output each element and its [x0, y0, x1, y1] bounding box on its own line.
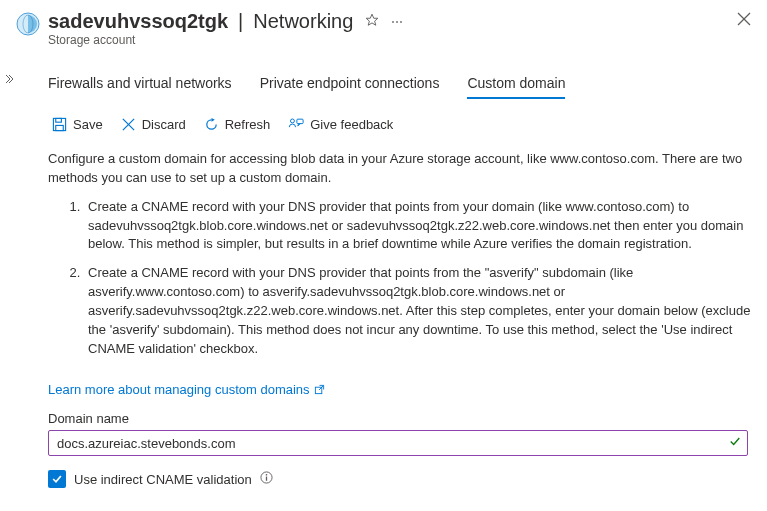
discard-icon — [121, 117, 136, 132]
storage-account-icon — [16, 12, 40, 36]
more-icon[interactable]: ⋯ — [391, 15, 404, 29]
save-button[interactable]: Save — [52, 117, 103, 132]
svg-rect-7 — [56, 125, 64, 130]
svg-rect-6 — [56, 118, 62, 122]
title-divider: | — [236, 10, 245, 33]
tab-firewalls[interactable]: Firewalls and virtual networks — [48, 75, 232, 99]
close-icon[interactable] — [737, 12, 751, 29]
cname-validation-label: Use indirect CNAME validation — [74, 472, 252, 487]
blade-section: Networking — [253, 10, 353, 33]
command-bar: Save Discard Refresh Give feedback — [52, 117, 751, 132]
domain-name-input[interactable] — [57, 436, 719, 451]
svg-point-10 — [291, 119, 295, 123]
resource-type: Storage account — [48, 33, 751, 47]
domain-name-label: Domain name — [48, 411, 751, 426]
svg-rect-11 — [297, 119, 303, 123]
tabs: Firewalls and virtual networks Private e… — [48, 75, 751, 99]
resource-name: sadevuhvssoq2tgk — [48, 10, 228, 33]
checkmark-icon — [51, 473, 63, 485]
external-link-icon — [314, 384, 325, 395]
tab-custom-domain[interactable]: Custom domain — [467, 75, 565, 99]
save-icon — [52, 117, 67, 132]
valid-check-icon — [729, 436, 741, 451]
feedback-label: Give feedback — [310, 117, 393, 132]
svg-marker-2 — [366, 14, 378, 25]
method-1: Create a CNAME record with your DNS prov… — [84, 198, 751, 255]
favorite-icon[interactable] — [365, 13, 379, 30]
svg-rect-16 — [266, 477, 267, 481]
feedback-button[interactable]: Give feedback — [288, 117, 393, 132]
refresh-label: Refresh — [225, 117, 271, 132]
info-icon[interactable] — [260, 471, 273, 487]
learn-more-link[interactable]: Learn more about managing custom domains — [48, 382, 325, 397]
method-2: Create a CNAME record with your DNS prov… — [84, 264, 751, 358]
cname-validation-checkbox[interactable] — [48, 470, 66, 488]
discard-label: Discard — [142, 117, 186, 132]
refresh-button[interactable]: Refresh — [204, 117, 271, 132]
description-text: Configure a custom domain for accessing … — [48, 150, 751, 188]
save-label: Save — [73, 117, 103, 132]
discard-button[interactable]: Discard — [121, 117, 186, 132]
learn-more-label: Learn more about managing custom domains — [48, 382, 310, 397]
methods-list: Create a CNAME record with your DNS prov… — [48, 198, 751, 359]
refresh-icon — [204, 117, 219, 132]
svg-line-13 — [319, 386, 324, 391]
feedback-icon — [288, 117, 304, 132]
expand-menu-icon[interactable] — [4, 74, 14, 86]
svg-point-15 — [265, 474, 267, 476]
tab-private-endpoint[interactable]: Private endpoint connections — [260, 75, 440, 99]
domain-name-input-wrap — [48, 430, 748, 456]
blade-header: sadevuhvssoq2tgk | Networking ⋯ Storage … — [0, 0, 767, 47]
cname-validation-row: Use indirect CNAME validation — [48, 470, 751, 488]
